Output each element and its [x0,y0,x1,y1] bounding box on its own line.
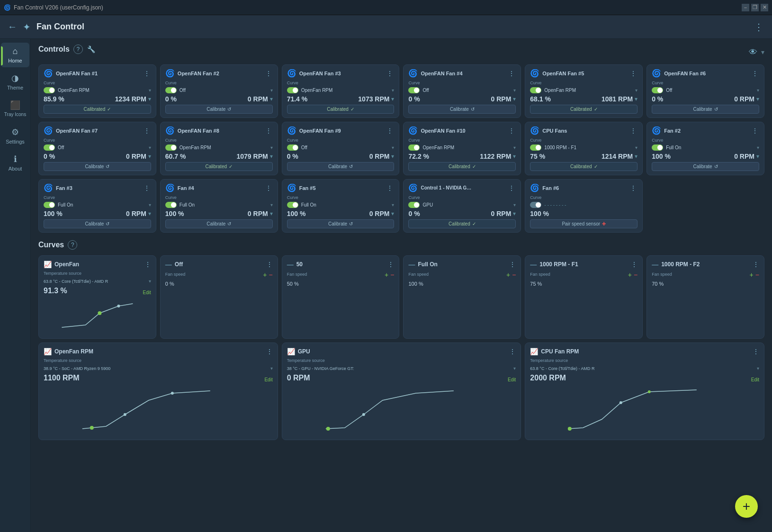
fan8-calibrate-button[interactable]: Calibrated ✓ [165,162,273,171]
fan8-menu-button[interactable]: ⋮ [264,127,273,135]
sidebar-item-theme[interactable]: ◑ Theme [1,69,29,94]
fan-b3-menu-button[interactable]: ⋮ [143,184,151,192]
restore-button[interactable]: ❐ [751,4,759,11]
svg-point-8 [619,401,622,404]
fan-b6-toggle[interactable] [530,202,541,208]
fan5-calibrate-button[interactable]: Calibrated ✓ [530,105,637,114]
fan3-menu-button[interactable]: ⋮ [386,70,394,77]
minimize-button[interactable]: − [742,4,749,11]
fan7-menu-button[interactable]: ⋮ [143,127,151,135]
close-button[interactable]: ✕ [761,4,768,11]
off-curve-menu-button[interactable]: ⋮ [266,261,273,268]
fullon-fanspeed-add-button[interactable]: + [506,271,510,279]
fan-b6-menu-button[interactable]: ⋮ [629,184,637,192]
fan5-menu-button[interactable]: ⋮ [629,70,637,77]
fan10-menu-button[interactable]: ⋮ [507,127,516,135]
fullon-curve-menu-button[interactable]: ⋮ [509,261,516,268]
visibility-icon[interactable]: 👁 [749,47,757,57]
fan6-menu-button[interactable]: ⋮ [751,70,759,77]
1000rpm-f2-menu-button[interactable]: ⋮ [753,261,759,268]
fan7-calibrate-button[interactable]: Calibrate ↺ [44,162,151,171]
fan1-menu-button[interactable]: ⋮ [143,70,151,77]
fan7-curve-value: Off [58,145,146,150]
sidebar-item-settings[interactable]: ⚙ Settings [1,123,29,148]
cpu-fans-menu-button[interactable]: ⋮ [629,127,637,135]
50-fanspeed-remove-button[interactable]: − [390,271,394,279]
sidebar-item-about[interactable]: ℹ About [1,150,29,175]
fan6-toggle[interactable] [652,87,663,93]
openfan-edit-button[interactable]: Edit [143,290,151,295]
openfan-temp-source: 63.8 °C - Core (Tctl/Tdie) - AMD R [44,279,147,284]
curves-help-button[interactable]: ? [68,240,77,250]
fan10-toggle[interactable] [408,144,420,151]
1000rpm-f1-fanspeed-remove-button[interactable]: − [634,271,637,279]
header-menu-button[interactable]: ⋮ [753,21,764,33]
control1-gpu-menu-button[interactable]: ⋮ [507,184,516,192]
fan-b5-toggle[interactable] [287,202,298,208]
controls-help-button[interactable]: ? [73,45,83,54]
fan9-calibrate-button[interactable]: Calibrate ↺ [287,162,395,171]
cpufanrpm-curve-menu-button[interactable]: ⋮ [753,348,759,355]
fan4-toggle[interactable] [408,87,420,93]
fan4-menu-button[interactable]: ⋮ [507,70,516,77]
50-fanspeed-add-button[interactable]: + [385,271,388,279]
fan10-title: OpenFAN Fan #10 [421,128,465,134]
off-fanspeed-remove-button[interactable]: − [269,271,272,279]
back-button[interactable]: ← [8,21,17,32]
fan-b2-calibrate-button[interactable]: Calibrate ↺ [652,162,759,171]
fan2-toggle[interactable] [165,87,177,93]
gpu-curve-menu-button[interactable]: ⋮ [509,348,516,355]
50-curve-menu-button[interactable]: ⋮ [387,261,394,268]
fan9-menu-button[interactable]: ⋮ [386,127,394,135]
cpu-fans-toggle[interactable] [530,144,541,151]
svg-point-4 [171,392,174,395]
off-fanspeed-add-button[interactable]: + [263,271,267,279]
gpu-edit-button[interactable]: Edit [508,377,516,382]
fan9-toggle[interactable] [287,144,298,151]
fan-b2-toggle[interactable] [652,144,663,151]
fan3-calibrate-button[interactable]: Calibrated ✓ [287,105,395,114]
1000rpm-f1-menu-button[interactable]: ⋮ [631,261,637,268]
fan-b4-pct: 100 % [165,210,184,217]
fan8-toggle[interactable] [165,144,177,151]
fan-b5-menu-button[interactable]: ⋮ [386,184,394,192]
cpu-fans-calibrate-button[interactable]: Calibrated ✓ [530,162,637,171]
fan10-calibrate-button[interactable]: Calibrated ✓ [408,162,516,171]
1000rpm-f2-fanspeed-label: Fan speed [652,272,672,277]
sidebar-item-tray-icons[interactable]: ⬛ Tray Icons [1,96,29,121]
1000rpm-f1-fanspeed-add-button[interactable]: + [628,271,632,279]
fan7-toggle[interactable] [44,144,55,151]
openfanrpm-edit-button[interactable]: Edit [264,377,272,382]
1000rpm-f2-fanspeed-add-button[interactable]: + [750,271,754,279]
fan-b3-calibrate-button[interactable]: Calibrate ↺ [44,219,151,228]
fan1-toggle[interactable] [44,87,55,93]
fan5-toggle[interactable] [530,87,541,93]
1000rpm-f2-fanspeed-remove-button[interactable]: − [755,271,759,279]
fan3-toggle[interactable] [287,87,298,93]
fan-b4-calibrate-button[interactable]: Calibrate ↺ [165,219,273,228]
fan-b5-calibrate-button[interactable]: Calibrate ↺ [287,219,395,228]
cpufanrpm-edit-button[interactable]: Edit [751,377,759,382]
controls-wrench-button[interactable]: 🔧 [87,45,96,54]
fan1-calibrate-button[interactable]: Calibrated ✓ [44,105,151,114]
fan-b4-toggle[interactable] [165,202,177,208]
fan9-title: OpenFAN Fan #9 [299,128,341,134]
fan2-calibrate-button[interactable]: Calibrate ↺ [165,105,273,114]
control1-gpu-toggle[interactable] [408,202,420,208]
fan2-menu-button[interactable]: ⋮ [264,70,273,77]
fan-b6-pair-sensor-button[interactable]: Pair speed sensor ✚ [530,219,637,228]
fan-b4-menu-button[interactable]: ⋮ [264,184,273,192]
openfan-curve-menu-button[interactable]: ⋮ [144,261,151,268]
sidebar-item-home[interactable]: ⌂ Home [1,43,29,67]
fullon-fanspeed-remove-button[interactable]: − [512,271,516,279]
fan6-calibrate-button[interactable]: Calibrate ↺ [652,105,759,114]
fan-b2-menu-button[interactable]: ⋮ [751,127,759,135]
control1-gpu-calibrate-button[interactable]: Calibrated ✓ [408,219,516,228]
fan4-calibrate-button[interactable]: Calibrate ↺ [408,105,516,114]
visibility-chevron-icon[interactable]: ▾ [761,48,764,56]
add-fab-button[interactable]: + [735,495,758,518]
fan-card-10: 🌀 OpenFAN Fan #10 ⋮ Curve OpenFan RPM ▾ … [403,122,521,175]
svg-point-6 [362,413,365,416]
openfanrpm-curve-menu-button[interactable]: ⋮ [266,348,273,355]
fan-b3-toggle[interactable] [44,202,55,208]
